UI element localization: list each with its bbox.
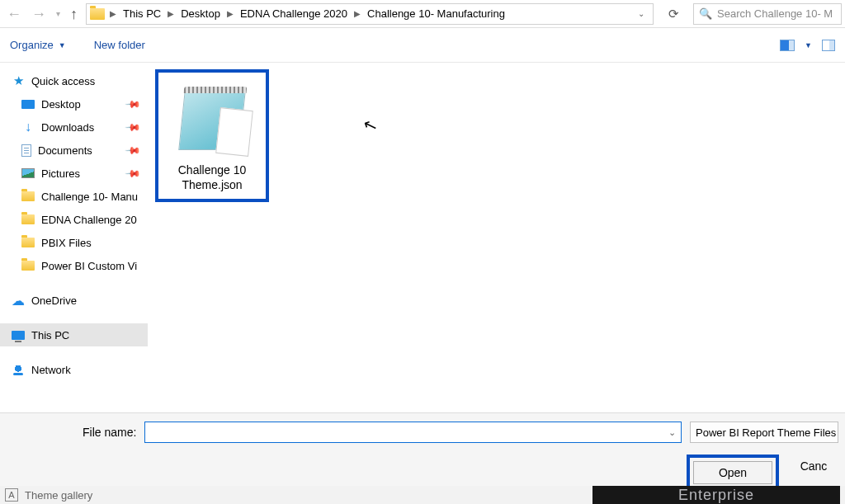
new-folder-button[interactable]: New folder: [94, 39, 145, 51]
sidebar-this-pc[interactable]: This PC: [0, 323, 148, 346]
refresh-button[interactable]: ⟳: [662, 7, 685, 21]
sidebar-item-label: PBIX Files: [41, 237, 92, 249]
pictures-icon: [21, 168, 35, 178]
file-name-input[interactable]: ⌄: [144, 422, 682, 443]
network-icon: [12, 364, 25, 375]
sidebar-label: Quick access: [31, 75, 95, 87]
change-view-icon[interactable]: [780, 40, 795, 51]
notepad-icon: [175, 82, 249, 153]
chevron-down-icon[interactable]: ⌄: [668, 427, 676, 438]
sidebar-item-documents[interactable]: Documents 📌: [0, 139, 148, 162]
toolbar: Organize ▼ New folder ▼: [0, 28, 845, 63]
folder-icon: [90, 8, 105, 20]
file-type-filter[interactable]: Power BI Report Theme Files: [690, 422, 838, 443]
cloud-icon: ☁: [12, 294, 25, 307]
cursor-icon: ↖: [360, 114, 380, 137]
watermark: Enterprise: [592, 486, 840, 504]
sidebar-item-folder[interactable]: Power BI Custom Vi: [0, 254, 148, 277]
cancel-button[interactable]: Canc: [789, 455, 838, 478]
organize-label: Organize: [10, 39, 54, 51]
sidebar-item-label: Power BI Custom Vi: [41, 260, 137, 272]
sidebar-item-label: Downloads: [41, 121, 94, 134]
file-item-selected[interactable]: Challenge 10 Theme.json: [155, 69, 269, 202]
sidebar-item-folder[interactable]: PBIX Files: [0, 231, 148, 254]
sidebar-item-folder[interactable]: Challenge 10- Manu: [0, 185, 148, 208]
chevron-right-icon: ▶: [110, 9, 116, 18]
sidebar-item-label: Challenge 10- Manu: [41, 191, 138, 203]
view-dropdown-icon[interactable]: ▼: [805, 41, 812, 49]
monitor-icon: [12, 331, 25, 340]
dialog-footer: File name: ⌄ Power BI Report Theme Files…: [0, 412, 845, 487]
folder-icon: [21, 191, 35, 201]
sidebar-label: OneDrive: [31, 294, 77, 307]
filter-label: Power BI Report Theme Files: [696, 426, 836, 439]
recent-dropdown-icon[interactable]: ▾: [56, 10, 60, 18]
file-thumbnail: [162, 76, 262, 160]
address-bar: ← → ▾ ↑ ▶ This PC ▶ Desktop ▶ EDNA Chall…: [0, 0, 845, 28]
back-button[interactable]: ←: [7, 7, 21, 21]
pin-icon: 📌: [125, 142, 142, 159]
desktop-icon: [21, 100, 35, 109]
downloads-icon: ↓: [21, 120, 35, 134]
file-list[interactable]: Challenge 10 Theme.json ↖: [149, 63, 845, 412]
theme-gallery-icon: A: [5, 488, 18, 502]
sidebar-item-folder[interactable]: EDNA Challenge 20: [0, 208, 148, 231]
sidebar-item-label: Documents: [38, 144, 92, 157]
app-statusbar: A Theme gallery Enterprise: [0, 486, 845, 504]
nav-arrows: ← → ▾ ↑: [7, 7, 78, 21]
breadcrumb-item[interactable]: Challenge 10- Manufacturing: [366, 7, 507, 20]
search-placeholder: Search Challenge 10- M: [717, 7, 833, 20]
breadcrumb-item[interactable]: EDNA Challenge 2020: [238, 7, 349, 20]
file-name-label: File name:: [83, 426, 136, 439]
sidebar-quick-access[interactable]: ★ Quick access: [0, 69, 148, 92]
sidebar-item-desktop[interactable]: Desktop 📌: [0, 92, 148, 115]
chevron-right-icon: ▶: [168, 9, 174, 18]
sidebar-label: Network: [31, 364, 71, 376]
star-icon: ★: [12, 74, 25, 87]
document-icon: [21, 144, 31, 157]
breadcrumb-item[interactable]: Desktop: [179, 7, 222, 20]
search-icon: 🔍: [699, 7, 712, 20]
breadcrumb-item[interactable]: This PC: [121, 7, 163, 20]
file-name-label: Challenge 10 Theme.json: [162, 163, 262, 192]
pin-icon: 📌: [125, 165, 142, 182]
folder-icon: [21, 214, 35, 224]
up-button[interactable]: ↑: [70, 7, 78, 21]
folder-icon: [21, 261, 35, 271]
sidebar-network[interactable]: Network: [0, 358, 148, 381]
sidebar-item-label: Pictures: [41, 167, 80, 180]
chevron-right-icon: ▶: [354, 9, 361, 18]
sidebar-item-downloads[interactable]: ↓ Downloads 📌: [0, 115, 148, 139]
sidebar-item-label: Desktop: [41, 98, 81, 111]
main-pane: ★ Quick access Desktop 📌 ↓ Downloads 📌 D…: [0, 63, 845, 412]
chevron-right-icon: ▶: [227, 9, 234, 18]
caret-down-icon: ▼: [59, 41, 66, 49]
sidebar-onedrive[interactable]: ☁ OneDrive: [0, 289, 148, 312]
preview-pane-icon[interactable]: [822, 40, 835, 51]
folder-icon: [21, 238, 35, 247]
organize-menu[interactable]: Organize ▼: [10, 39, 66, 51]
sidebar-label: This PC: [31, 329, 69, 341]
navigation-sidebar: ★ Quick access Desktop 📌 ↓ Downloads 📌 D…: [0, 63, 149, 412]
sidebar-item-pictures[interactable]: Pictures 📌: [0, 162, 148, 185]
forward-button[interactable]: →: [31, 7, 46, 21]
theme-gallery-label[interactable]: Theme gallery: [25, 489, 92, 502]
search-input[interactable]: 🔍 Search Challenge 10- M: [693, 3, 842, 25]
open-button[interactable]: Open: [693, 461, 772, 484]
pin-icon: 📌: [125, 119, 142, 136]
pin-icon: 📌: [125, 96, 142, 113]
toolbar-right: ▼: [780, 40, 835, 51]
breadcrumb-dropdown-icon[interactable]: ⌄: [638, 9, 649, 18]
breadcrumb-box[interactable]: ▶ This PC ▶ Desktop ▶ EDNA Challenge 202…: [86, 3, 654, 25]
sidebar-item-label: EDNA Challenge 20: [41, 214, 137, 226]
